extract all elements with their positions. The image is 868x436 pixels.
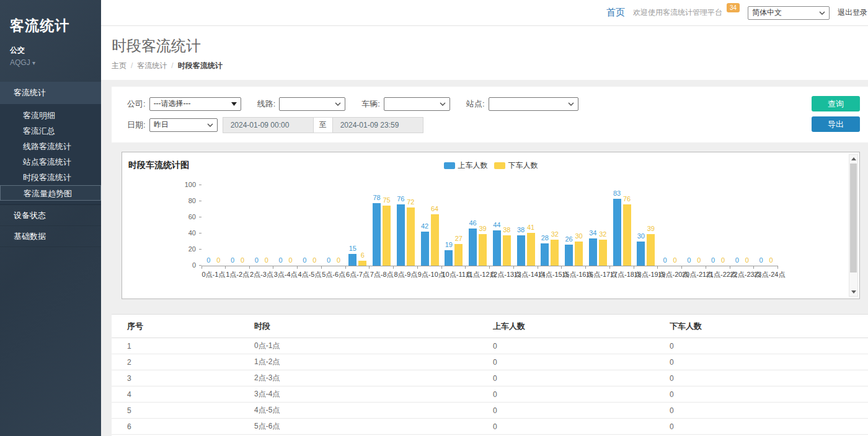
bar-value-label: 0 [735, 256, 739, 264]
bar[interactable] [527, 233, 535, 266]
bar[interactable] [575, 242, 583, 266]
date-from-input[interactable]: 2024-01-09 00:00 [223, 117, 314, 133]
bar-column: 32 [551, 186, 559, 266]
scrollbar-down-arrow-icon[interactable] [849, 288, 857, 296]
x-axis-category-label: 2点-3点 [250, 270, 274, 279]
bar[interactable] [421, 232, 429, 266]
sidebar-item-device-status[interactable]: 设备状态 [0, 205, 101, 226]
sidebar-group-passenger-stats[interactable]: 客流统计 [0, 82, 101, 104]
table-cell: 1点-2点 [254, 354, 493, 370]
page-title-band: 时段客流统计 主页/客流统计/时段客流统计 [101, 26, 868, 80]
sidebar-subitem[interactable]: 客流汇总 [0, 123, 101, 139]
x-axis-category-label: 0点-1点 [202, 270, 226, 279]
bar[interactable] [541, 243, 549, 266]
date-preset-select[interactable]: 昨日 [149, 118, 218, 132]
bar-value-label: 0 [697, 256, 701, 264]
bar[interactable] [493, 230, 501, 266]
bar[interactable] [565, 245, 573, 266]
bar[interactable] [517, 235, 525, 266]
vehicle-select[interactable] [384, 97, 450, 111]
line-label: 线路: [257, 98, 276, 110]
table-row: 43点-4点00 [112, 386, 868, 403]
bar[interactable] [589, 238, 597, 266]
station-select[interactable] [489, 97, 578, 111]
bar-column: 0 [205, 186, 213, 266]
bar-group: 00 [706, 186, 730, 266]
bar-value-label: 0 [337, 256, 340, 264]
bar[interactable] [479, 234, 487, 266]
table-header: 序号 时段 上车人数 下车人数 [112, 315, 868, 338]
bar-value-label: 0 [760, 256, 763, 264]
line-select[interactable] [279, 97, 345, 111]
bar[interactable] [358, 261, 366, 266]
query-button[interactable]: 查询 [812, 96, 860, 111]
chart-x-axis-labels: 0点-1点1点-2点2点-3点3点-4点4点-5点5点-6点6点-7点7点-8点… [202, 270, 778, 279]
bar-value-label: 0 [312, 256, 316, 264]
legend-item[interactable]: 下车人数 [494, 160, 538, 171]
notification-badge[interactable]: 34 [727, 3, 740, 12]
bar-value-label: 44 [493, 221, 500, 229]
bar-column: 30 [637, 186, 645, 266]
sidebar-subitem[interactable]: 客流量趋势图 [0, 185, 101, 201]
bar-value-label: 0 [721, 256, 725, 264]
bar[interactable] [373, 203, 381, 266]
bar-group: 8376 [610, 186, 634, 266]
sidebar-subitem[interactable]: 站点客流统计 [0, 154, 101, 170]
bar[interactable] [637, 242, 645, 266]
bar[interactable] [397, 204, 405, 266]
bar[interactable] [383, 206, 391, 266]
bar-value-label: 76 [397, 195, 404, 203]
bar[interactable] [431, 214, 439, 266]
bar-column: 0 [215, 186, 223, 266]
bar[interactable] [469, 229, 477, 266]
x-axis-category-label: 5点-6点 [322, 270, 346, 279]
bar-column: 42 [421, 186, 429, 266]
app-window: 客流统计 公交 AQGJ ▾ 客流统计 客流明细客流汇总线路客流统计站点客流统计… [0, 0, 868, 436]
bar[interactable] [613, 199, 621, 266]
x-axis-category-label: 10点-11点 [442, 270, 466, 279]
sidebar-subitem[interactable]: 客流明细 [0, 108, 101, 123]
home-link[interactable]: 首页 [606, 7, 625, 19]
sidebar-subitem[interactable]: 时段客流统计 [0, 170, 101, 185]
bar[interactable] [503, 235, 511, 266]
chart-vertical-scrollbar[interactable] [849, 154, 858, 297]
bar-value-label: 0 [255, 256, 259, 264]
bar[interactable] [647, 234, 655, 266]
bar[interactable] [348, 254, 356, 266]
sidebar-item-basic-data[interactable]: 基础数据 [0, 226, 101, 247]
bar[interactable] [551, 240, 559, 266]
sidebar-subitem[interactable]: 线路客流统计 [0, 139, 101, 154]
legend-label: 下车人数 [508, 160, 538, 171]
main-area: 首页 欢迎使用客流统计管理平台 34 简体中文 退出登录 时段客流统计 主页/客… [101, 0, 868, 436]
bar-column: 0 [252, 186, 260, 266]
bar[interactable] [623, 204, 631, 266]
date-to-input[interactable]: 2024-01-09 23:59 [332, 117, 423, 133]
table-cell: 0 [670, 386, 868, 403]
chart-panel: 时段车流统计图 上车人数下车人数 02040608010000000000000… [122, 152, 860, 299]
org-selector[interactable]: AQGJ ▾ [10, 58, 101, 67]
bar[interactable] [454, 244, 463, 266]
table-cell: 0 [670, 354, 868, 370]
bar-group: 00 [730, 186, 755, 266]
col-header-timeslot: 时段 [254, 315, 493, 338]
bar[interactable] [599, 240, 607, 266]
x-axis-category-label: 18点-19点 [634, 270, 658, 279]
table-cell: 0 [493, 419, 670, 435]
breadcrumb-section[interactable]: 客流统计 [137, 61, 167, 70]
bar-group: 00 [226, 186, 250, 266]
scrollbar-thumb[interactable] [850, 164, 857, 272]
bar[interactable] [445, 250, 453, 266]
bar-value-label: 0 [216, 256, 220, 264]
table-cell: 5点-6点 [254, 419, 493, 435]
export-button[interactable]: 导出 [812, 116, 860, 132]
bar[interactable] [407, 207, 415, 266]
bar-column: 0 [767, 186, 775, 266]
breadcrumb-home[interactable]: 主页 [112, 61, 126, 70]
language-select[interactable]: 简体中文 [748, 6, 830, 20]
logout-link[interactable]: 退出登录 [838, 7, 867, 18]
scrollbar-up-arrow-icon[interactable] [849, 155, 857, 163]
app-logo-title: 客流统计 [10, 16, 101, 35]
legend-item[interactable]: 上车人数 [444, 160, 488, 171]
company-select[interactable]: ---请选择--- [149, 97, 241, 111]
bar-column: 0 [229, 186, 237, 266]
